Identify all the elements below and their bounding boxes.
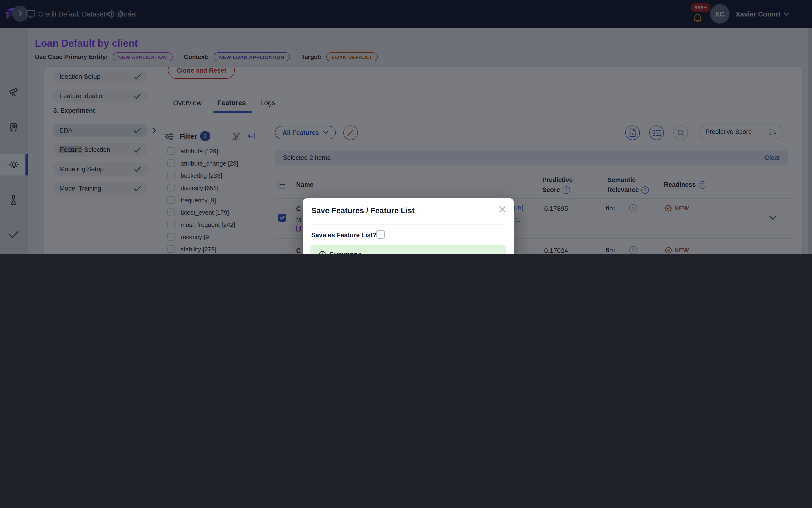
close-icon[interactable] — [499, 206, 505, 213]
modal-title: Save Features / Feature List — [311, 206, 414, 215]
app-screen: Credit Default Dataset UI tutorial 999+ … — [0, 0, 812, 254]
summary-box: Summary: 2 new features will be created. — [310, 245, 506, 254]
info-icon — [319, 251, 326, 254]
save-as-feature-list-label: Save as Feature List? — [311, 231, 377, 239]
summary-title: Summary: — [330, 250, 362, 254]
save-as-feature-list-checkbox[interactable] — [376, 230, 385, 239]
modal-divider — [310, 224, 506, 225]
save-features-modal: Save Features / Feature List Save as Fea… — [303, 198, 514, 254]
